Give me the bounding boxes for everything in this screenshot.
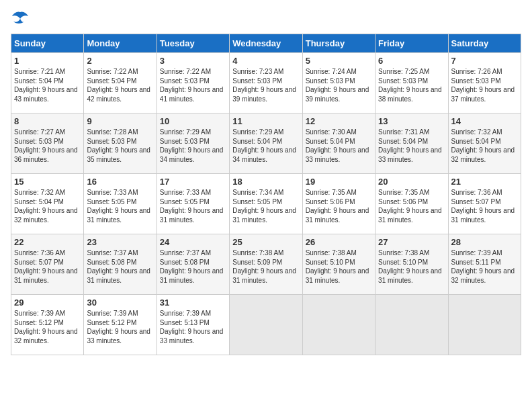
day-info: Sunrise: 7:38 AM Sunset: 5:09 PM Dayligh… (232, 248, 299, 285)
calendar-week-row: 1 Sunrise: 7:21 AM Sunset: 5:04 PM Dayli… (11, 53, 521, 113)
day-info: Sunrise: 7:29 AM Sunset: 5:03 PM Dayligh… (160, 128, 226, 164)
day-info: Sunrise: 7:37 AM Sunset: 5:08 PM Dayligh… (160, 248, 226, 285)
day-info: Sunrise: 7:25 AM Sunset: 5:03 PM Dayligh… (378, 67, 445, 103)
day-info: Sunrise: 7:39 AM Sunset: 5:13 PM Dayligh… (160, 309, 226, 345)
day-number: 28 (451, 237, 518, 247)
day-number: 9 (87, 116, 153, 126)
calendar-cell: 8 Sunrise: 7:27 AM Sunset: 5:03 PM Dayli… (11, 113, 84, 174)
day-info: Sunrise: 7:28 AM Sunset: 5:03 PM Dayligh… (87, 128, 153, 164)
day-info: Sunrise: 7:33 AM Sunset: 5:05 PM Dayligh… (160, 188, 226, 224)
calendar-cell: 31 Sunrise: 7:39 AM Sunset: 5:13 PM Dayl… (157, 295, 229, 355)
day-info: Sunrise: 7:32 AM Sunset: 5:04 PM Dayligh… (451, 128, 518, 164)
day-info: Sunrise: 7:35 AM Sunset: 5:06 PM Dayligh… (378, 188, 445, 224)
day-number: 26 (306, 237, 372, 247)
calendar-table: SundayMondayTuesdayWednesdayThursdayFrid… (11, 34, 521, 355)
calendar-cell: 22 Sunrise: 7:36 AM Sunset: 5:07 PM Dayl… (11, 234, 84, 295)
day-number: 29 (14, 298, 81, 308)
day-number: 8 (14, 116, 81, 126)
day-info: Sunrise: 7:37 AM Sunset: 5:08 PM Dayligh… (87, 248, 153, 285)
calendar-cell: 1 Sunrise: 7:21 AM Sunset: 5:04 PM Dayli… (11, 53, 84, 113)
day-info: Sunrise: 7:32 AM Sunset: 5:04 PM Dayligh… (14, 188, 81, 224)
calendar-week-row: 29 Sunrise: 7:39 AM Sunset: 5:12 PM Dayl… (11, 295, 521, 355)
day-header-wednesday: Wednesday (230, 34, 302, 53)
day-number: 23 (87, 237, 153, 247)
calendar-week-row: 22 Sunrise: 7:36 AM Sunset: 5:07 PM Dayl… (11, 234, 521, 295)
day-number: 5 (306, 56, 372, 66)
calendar-cell: 20 Sunrise: 7:35 AM Sunset: 5:06 PM Dayl… (375, 174, 448, 234)
calendar-cell: 11 Sunrise: 7:29 AM Sunset: 5:04 PM Dayl… (230, 113, 302, 174)
day-info: Sunrise: 7:35 AM Sunset: 5:06 PM Dayligh… (306, 188, 372, 224)
day-info: Sunrise: 7:22 AM Sunset: 5:03 PM Dayligh… (160, 67, 226, 103)
day-info: Sunrise: 7:27 AM Sunset: 5:03 PM Dayligh… (14, 128, 81, 164)
day-header-tuesday: Tuesday (157, 34, 229, 53)
calendar-cell: 27 Sunrise: 7:38 AM Sunset: 5:10 PM Dayl… (375, 234, 448, 295)
day-info: Sunrise: 7:33 AM Sunset: 5:05 PM Dayligh… (87, 188, 153, 224)
day-number: 25 (232, 237, 299, 247)
calendar-cell: 19 Sunrise: 7:35 AM Sunset: 5:06 PM Dayl… (302, 174, 375, 234)
day-number: 31 (160, 298, 226, 308)
day-number: 16 (87, 177, 153, 187)
calendar-cell: 23 Sunrise: 7:37 AM Sunset: 5:08 PM Dayl… (84, 234, 157, 295)
calendar-cell: 5 Sunrise: 7:24 AM Sunset: 5:03 PM Dayli… (302, 53, 375, 113)
day-number: 6 (378, 56, 445, 66)
calendar-cell: 29 Sunrise: 7:39 AM Sunset: 5:12 PM Dayl… (11, 295, 84, 355)
day-info: Sunrise: 7:38 AM Sunset: 5:10 PM Dayligh… (306, 248, 372, 285)
calendar-week-row: 15 Sunrise: 7:32 AM Sunset: 5:04 PM Dayl… (11, 174, 521, 234)
day-info: Sunrise: 7:31 AM Sunset: 5:04 PM Dayligh… (378, 128, 445, 164)
day-number: 27 (378, 237, 445, 247)
calendar-week-row: 8 Sunrise: 7:27 AM Sunset: 5:03 PM Dayli… (11, 113, 521, 174)
calendar-cell: 9 Sunrise: 7:28 AM Sunset: 5:03 PM Dayli… (84, 113, 157, 174)
calendar-cell: 17 Sunrise: 7:33 AM Sunset: 5:05 PM Dayl… (157, 174, 229, 234)
day-info: Sunrise: 7:24 AM Sunset: 5:03 PM Dayligh… (306, 67, 372, 103)
calendar-cell (302, 295, 375, 355)
day-number: 30 (87, 298, 153, 308)
day-number: 15 (14, 177, 81, 187)
day-number: 22 (14, 237, 81, 247)
day-info: Sunrise: 7:26 AM Sunset: 5:03 PM Dayligh… (451, 67, 518, 103)
day-info: Sunrise: 7:39 AM Sunset: 5:11 PM Dayligh… (451, 248, 518, 285)
calendar-cell: 30 Sunrise: 7:39 AM Sunset: 5:12 PM Dayl… (84, 295, 157, 355)
calendar-cell: 4 Sunrise: 7:23 AM Sunset: 5:03 PM Dayli… (230, 53, 302, 113)
day-info: Sunrise: 7:36 AM Sunset: 5:07 PM Dayligh… (451, 188, 518, 224)
calendar-cell: 16 Sunrise: 7:33 AM Sunset: 5:05 PM Dayl… (84, 174, 157, 234)
day-number: 17 (160, 177, 226, 187)
day-header-sunday: Sunday (11, 34, 84, 53)
calendar-cell: 14 Sunrise: 7:32 AM Sunset: 5:04 PM Dayl… (448, 113, 521, 174)
day-info: Sunrise: 7:34 AM Sunset: 5:05 PM Dayligh… (232, 188, 299, 224)
calendar-cell: 15 Sunrise: 7:32 AM Sunset: 5:04 PM Dayl… (11, 174, 84, 234)
day-info: Sunrise: 7:29 AM Sunset: 5:04 PM Dayligh… (232, 128, 299, 164)
calendar-cell: 24 Sunrise: 7:37 AM Sunset: 5:08 PM Dayl… (157, 234, 229, 295)
calendar-cell: 13 Sunrise: 7:31 AM Sunset: 5:04 PM Dayl… (375, 113, 448, 174)
day-number: 10 (160, 116, 226, 126)
day-number: 13 (378, 116, 445, 126)
calendar-cell: 25 Sunrise: 7:38 AM Sunset: 5:09 PM Dayl… (230, 234, 302, 295)
calendar-cell: 18 Sunrise: 7:34 AM Sunset: 5:05 PM Dayl… (230, 174, 302, 234)
calendar-cell: 7 Sunrise: 7:26 AM Sunset: 5:03 PM Dayli… (448, 53, 521, 113)
day-number: 2 (87, 56, 153, 66)
day-header-monday: Monday (84, 34, 157, 53)
calendar-cell: 12 Sunrise: 7:30 AM Sunset: 5:04 PM Dayl… (302, 113, 375, 174)
day-number: 19 (306, 177, 372, 187)
day-number: 1 (14, 56, 81, 66)
day-info: Sunrise: 7:38 AM Sunset: 5:10 PM Dayligh… (378, 248, 445, 285)
calendar-cell (375, 295, 448, 355)
calendar-body: 1 Sunrise: 7:21 AM Sunset: 5:04 PM Dayli… (11, 53, 521, 355)
day-number: 18 (232, 177, 299, 187)
calendar-cell: 6 Sunrise: 7:25 AM Sunset: 5:03 PM Dayli… (375, 53, 448, 113)
calendar-cell: 10 Sunrise: 7:29 AM Sunset: 5:03 PM Dayl… (157, 113, 229, 174)
calendar-cell: 3 Sunrise: 7:22 AM Sunset: 5:03 PM Dayli… (157, 53, 229, 113)
day-info: Sunrise: 7:36 AM Sunset: 5:07 PM Dayligh… (14, 248, 81, 285)
calendar-cell: 26 Sunrise: 7:38 AM Sunset: 5:10 PM Dayl… (302, 234, 375, 295)
day-number: 3 (160, 56, 226, 66)
day-number: 11 (232, 116, 299, 126)
day-info: Sunrise: 7:39 AM Sunset: 5:12 PM Dayligh… (14, 309, 81, 345)
logo (11, 11, 32, 26)
day-number: 7 (451, 56, 518, 66)
day-info: Sunrise: 7:22 AM Sunset: 5:04 PM Dayligh… (87, 67, 153, 103)
day-info: Sunrise: 7:39 AM Sunset: 5:12 PM Dayligh… (87, 309, 153, 345)
day-info: Sunrise: 7:30 AM Sunset: 5:04 PM Dayligh… (306, 128, 372, 164)
day-info: Sunrise: 7:23 AM Sunset: 5:03 PM Dayligh… (232, 67, 299, 103)
logo-bird-icon (11, 11, 30, 26)
day-number: 24 (160, 237, 226, 247)
day-number: 4 (232, 56, 299, 66)
